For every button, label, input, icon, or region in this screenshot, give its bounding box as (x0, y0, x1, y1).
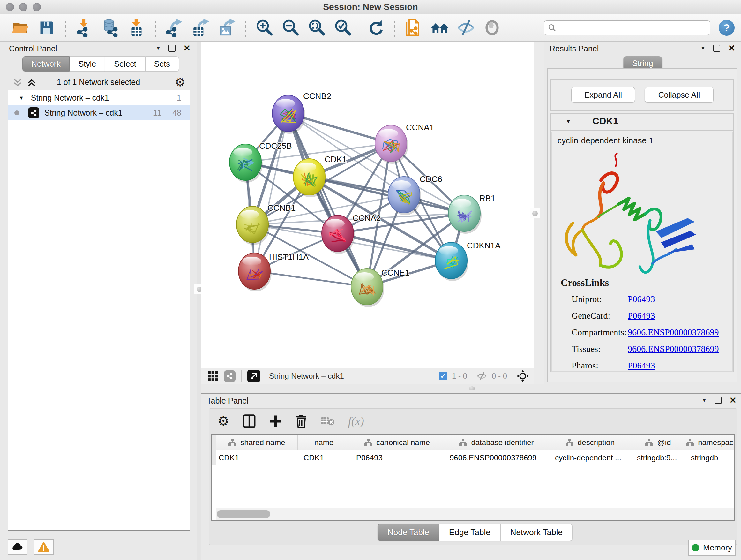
compartments-link[interactable]: 9606.ENSP00000378699 (628, 326, 719, 338)
tree-caret-icon[interactable]: ▼ (19, 95, 24, 101)
tab-style[interactable]: Style (70, 56, 105, 71)
gene-section-header[interactable]: ▼ CDK1 (551, 114, 733, 131)
save-session-button[interactable] (38, 18, 56, 37)
import-network-file-button[interactable] (75, 18, 93, 37)
network-canvas[interactable]: CCNB2CCNA1CDC25BCDK1CDC6RB1CCNB1CCNA2CDK… (201, 42, 534, 368)
delete-column-icon[interactable] (295, 414, 307, 428)
hide-selected-button[interactable] (457, 18, 475, 37)
splitter-grip[interactable] (469, 386, 475, 390)
uniprot-link[interactable]: P06493 (628, 293, 655, 305)
import-table-button[interactable] (128, 18, 145, 37)
fit-selected-crosshair-icon[interactable] (516, 370, 529, 382)
current-network-name: String Network – cdk1 (269, 372, 344, 381)
help-button[interactable]: ? (719, 20, 735, 36)
right-splitter[interactable] (534, 42, 545, 384)
left-splitter[interactable] (197, 42, 201, 560)
table-horizontal-scrollbar[interactable] (216, 508, 734, 520)
crosslinks-section: CrossLinks Uniprot: P06493 GeneCard: P06… (552, 277, 732, 372)
tab-network[interactable]: Network (22, 56, 70, 71)
birdseye-view-icon[interactable] (247, 370, 260, 382)
splitter-grip[interactable] (530, 208, 540, 219)
column-header[interactable]: description (549, 435, 631, 450)
tab-select[interactable]: Select (105, 56, 145, 71)
column-header[interactable]: @id (631, 435, 685, 450)
network-row-selected[interactable]: String Network – cdk1 11 48 (8, 105, 190, 120)
refresh-view-button[interactable] (367, 18, 385, 37)
panel-close-icon[interactable]: ✕ (728, 45, 735, 51)
panel-float-icon[interactable] (715, 397, 722, 404)
network-view: CCNB2CCNA1CDC25BCDK1CDC6RB1CCNB1CCNA2CDK… (201, 42, 534, 384)
panel-close-icon[interactable]: ✕ (183, 45, 191, 51)
zoom-out-button[interactable] (281, 18, 299, 37)
section-caret-icon[interactable]: ▼ (565, 118, 571, 125)
panel-float-icon[interactable] (169, 45, 176, 52)
network-node-RB1[interactable] (448, 195, 482, 234)
column-select-icon[interactable] (243, 415, 256, 428)
pharos-link[interactable]: P06493 (628, 360, 655, 372)
zoom-fit-button[interactable] (308, 18, 326, 37)
network-node-CCNA2[interactable] (322, 215, 355, 254)
export-network-button[interactable] (165, 18, 183, 37)
tab-node-table[interactable]: Node Table (378, 523, 439, 541)
network-node-HIST1H1A[interactable] (239, 253, 272, 292)
horizontal-splitter[interactable] (201, 384, 741, 393)
expand-all-button[interactable]: Expand All (571, 87, 635, 103)
network-node-CCNA1[interactable] (375, 125, 408, 164)
network-node-CCNE1[interactable] (351, 268, 384, 307)
network-node-CCNB1[interactable] (237, 206, 270, 245)
gear-icon[interactable]: ⚙ (175, 77, 185, 88)
selected-checkbox-icon[interactable]: ✓ (439, 372, 448, 380)
network-node-CCNB2[interactable] (272, 95, 306, 134)
add-column-icon[interactable] (269, 415, 282, 428)
column-header[interactable]: canonical name (350, 435, 444, 450)
search-input[interactable] (559, 23, 706, 33)
genecard-link[interactable]: P06493 (628, 310, 655, 322)
memory-button[interactable]: Memory (688, 540, 736, 556)
panel-menu-icon[interactable]: ▼ (156, 45, 161, 51)
tab-edge-table[interactable]: Edge Table (439, 523, 500, 541)
share-document-button[interactable] (405, 18, 422, 37)
column-header[interactable]: shared name (216, 435, 298, 450)
table-cell[interactable]: P06493 (350, 450, 444, 465)
column-header[interactable]: name (298, 435, 350, 450)
panel-close-icon[interactable]: ✕ (729, 397, 737, 403)
zoom-in-button[interactable] (255, 18, 273, 37)
table-cell[interactable]: stringdb:9... (631, 450, 685, 465)
delete-table-icon[interactable] (321, 416, 335, 427)
cloud-status-button[interactable] (8, 539, 27, 555)
table-cell[interactable]: cyclin-dependent ... (549, 450, 631, 465)
zoom-selected-button[interactable] (334, 18, 352, 37)
function-builder-icon[interactable]: f(x) (348, 415, 364, 428)
tab-network-table[interactable]: Network Table (500, 523, 572, 541)
table-cell[interactable]: stringdb (685, 450, 734, 465)
column-header[interactable]: namespac (685, 435, 734, 450)
column-header[interactable]: database identifier (444, 435, 549, 450)
network-node-CDK1[interactable] (293, 159, 327, 197)
home-button[interactable] (431, 18, 449, 37)
tissues-link[interactable]: 9606.ENSP00000378699 (628, 343, 719, 355)
panel-float-icon[interactable] (713, 45, 720, 52)
panel-menu-icon[interactable]: ▼ (702, 397, 707, 403)
show-all-button[interactable] (483, 18, 501, 37)
network-node-CDC25B[interactable] (229, 144, 263, 183)
scrollbar-thumb[interactable] (217, 510, 270, 518)
network-node-CDC6[interactable] (388, 177, 421, 215)
grid-view-icon[interactable] (207, 371, 218, 381)
export-image-button[interactable] (218, 18, 235, 37)
share-view-icon[interactable] (224, 370, 235, 382)
open-session-button[interactable] (11, 18, 29, 37)
warning-status-button[interactable] (34, 539, 54, 555)
table-cell[interactable]: CDK1 (298, 450, 350, 465)
tab-sets[interactable]: Sets (145, 56, 179, 71)
network-node-CDKN1A[interactable] (435, 242, 468, 281)
import-network-database-button[interactable] (102, 18, 119, 37)
export-table-button[interactable] (192, 18, 209, 37)
toolbar-search[interactable] (544, 20, 711, 35)
collapse-all-button[interactable]: Collapse All (645, 87, 714, 103)
column-type-icon (364, 439, 373, 446)
table-cell[interactable]: CDK1 (216, 450, 298, 465)
panel-menu-icon[interactable]: ▼ (700, 45, 706, 51)
network-collection-row[interactable]: ▼ String Network – cdk1 1 (8, 90, 190, 105)
table-cell[interactable]: 9606.ENSP00000378699 (444, 450, 549, 465)
table-settings-gear-icon[interactable]: ⚙ (217, 415, 229, 427)
